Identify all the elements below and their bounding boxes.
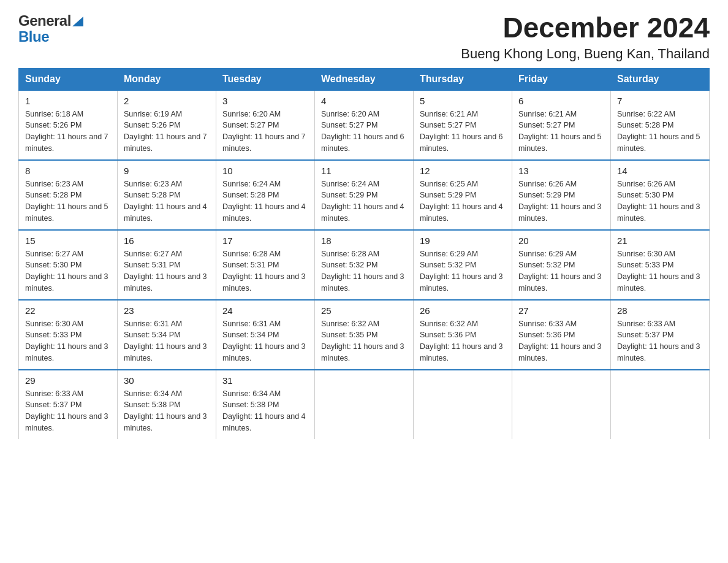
calendar-week-row: 22 Sunrise: 6:30 AM Sunset: 5:33 PM Dayl… [19, 300, 710, 370]
day-info: Sunrise: 6:25 AM Sunset: 5:29 PM Dayligh… [420, 178, 506, 224]
header-monday: Monday [118, 68, 216, 90]
day-number: 14 [617, 166, 703, 176]
table-row: 18 Sunrise: 6:28 AM Sunset: 5:32 PM Dayl… [315, 230, 414, 300]
table-row: 11 Sunrise: 6:24 AM Sunset: 5:29 PM Dayl… [315, 160, 414, 230]
day-number: 10 [222, 166, 308, 176]
day-number: 11 [321, 166, 407, 176]
page-title: December 2024 [461, 12, 710, 44]
day-number: 20 [518, 236, 604, 246]
header-wednesday: Wednesday [315, 68, 414, 90]
day-info: Sunrise: 6:34 AM Sunset: 5:38 PM Dayligh… [222, 388, 308, 434]
table-row: 26 Sunrise: 6:32 AM Sunset: 5:36 PM Dayl… [414, 300, 512, 370]
day-number: 23 [124, 305, 210, 316]
day-number: 12 [420, 166, 506, 176]
svg-marker-0 [72, 17, 83, 26]
calendar-week-row: 29 Sunrise: 6:33 AM Sunset: 5:37 PM Dayl… [19, 370, 710, 439]
page-subtitle: Bueng Khong Long, Bueng Kan, Thailand [461, 46, 710, 62]
day-number: 19 [420, 236, 506, 246]
table-row: 23 Sunrise: 6:31 AM Sunset: 5:34 PM Dayl… [118, 300, 216, 370]
day-info: Sunrise: 6:33 AM Sunset: 5:37 PM Dayligh… [25, 388, 111, 434]
day-info: Sunrise: 6:27 AM Sunset: 5:30 PM Dayligh… [25, 248, 111, 294]
day-number: 28 [617, 305, 703, 316]
table-row: 21 Sunrise: 6:30 AM Sunset: 5:33 PM Dayl… [611, 230, 710, 300]
day-info: Sunrise: 6:22 AM Sunset: 5:28 PM Dayligh… [617, 109, 703, 155]
day-number: 7 [617, 96, 703, 106]
calendar-week-row: 8 Sunrise: 6:23 AM Sunset: 5:28 PM Dayli… [19, 160, 710, 230]
calendar-week-row: 1 Sunrise: 6:18 AM Sunset: 5:26 PM Dayli… [19, 90, 710, 160]
table-row: 9 Sunrise: 6:23 AM Sunset: 5:28 PM Dayli… [118, 160, 216, 230]
day-number: 5 [420, 96, 506, 106]
table-row [611, 370, 710, 439]
title-block: December 2024 Bueng Khong Long, Bueng Ka… [461, 12, 710, 62]
table-row: 15 Sunrise: 6:27 AM Sunset: 5:30 PM Dayl… [19, 230, 118, 300]
day-number: 21 [617, 236, 703, 246]
day-info: Sunrise: 6:32 AM Sunset: 5:35 PM Dayligh… [321, 318, 407, 364]
day-number: 27 [518, 305, 604, 316]
header-saturday: Saturday [611, 68, 710, 90]
day-number: 9 [124, 166, 210, 176]
day-info: Sunrise: 6:31 AM Sunset: 5:34 PM Dayligh… [124, 318, 210, 364]
day-number: 2 [124, 96, 210, 106]
calendar-table: Sunday Monday Tuesday Wednesday Thursday… [18, 68, 710, 439]
day-number: 22 [25, 305, 111, 316]
day-number: 3 [222, 96, 308, 106]
day-number: 6 [518, 96, 604, 106]
day-info: Sunrise: 6:20 AM Sunset: 5:27 PM Dayligh… [321, 109, 407, 155]
day-info: Sunrise: 6:33 AM Sunset: 5:37 PM Dayligh… [617, 318, 703, 364]
day-number: 4 [321, 96, 407, 106]
table-row: 5 Sunrise: 6:21 AM Sunset: 5:27 PM Dayli… [414, 90, 512, 160]
day-info: Sunrise: 6:28 AM Sunset: 5:31 PM Dayligh… [222, 248, 308, 294]
table-row: 30 Sunrise: 6:34 AM Sunset: 5:38 PM Dayl… [118, 370, 216, 439]
table-row: 20 Sunrise: 6:29 AM Sunset: 5:32 PM Dayl… [512, 230, 611, 300]
page-header: General Blue December 2024 Bueng Khong L… [18, 12, 710, 62]
logo-blue-text: Blue [18, 28, 49, 45]
day-number: 24 [222, 305, 308, 316]
day-number: 17 [222, 236, 308, 246]
table-row: 22 Sunrise: 6:30 AM Sunset: 5:33 PM Dayl… [19, 300, 118, 370]
table-row: 13 Sunrise: 6:26 AM Sunset: 5:29 PM Dayl… [512, 160, 611, 230]
day-number: 29 [25, 375, 111, 386]
day-info: Sunrise: 6:30 AM Sunset: 5:33 PM Dayligh… [25, 318, 111, 364]
day-number: 25 [321, 305, 407, 316]
table-row: 17 Sunrise: 6:28 AM Sunset: 5:31 PM Dayl… [216, 230, 315, 300]
table-row: 19 Sunrise: 6:29 AM Sunset: 5:32 PM Dayl… [414, 230, 512, 300]
day-info: Sunrise: 6:24 AM Sunset: 5:28 PM Dayligh… [222, 178, 308, 224]
table-row: 8 Sunrise: 6:23 AM Sunset: 5:28 PM Dayli… [19, 160, 118, 230]
day-number: 8 [25, 166, 111, 176]
logo: General Blue [18, 12, 83, 45]
day-number: 1 [25, 96, 111, 106]
calendar-header-row: Sunday Monday Tuesday Wednesday Thursday… [19, 68, 710, 90]
day-info: Sunrise: 6:31 AM Sunset: 5:34 PM Dayligh… [222, 318, 308, 364]
day-number: 30 [124, 375, 210, 386]
day-info: Sunrise: 6:26 AM Sunset: 5:30 PM Dayligh… [617, 178, 703, 224]
table-row: 14 Sunrise: 6:26 AM Sunset: 5:30 PM Dayl… [611, 160, 710, 230]
day-number: 13 [518, 166, 604, 176]
table-row: 27 Sunrise: 6:33 AM Sunset: 5:36 PM Dayl… [512, 300, 611, 370]
table-row: 16 Sunrise: 6:27 AM Sunset: 5:31 PM Dayl… [118, 230, 216, 300]
day-number: 18 [321, 236, 407, 246]
day-info: Sunrise: 6:18 AM Sunset: 5:26 PM Dayligh… [25, 109, 111, 155]
day-info: Sunrise: 6:24 AM Sunset: 5:29 PM Dayligh… [321, 178, 407, 224]
day-info: Sunrise: 6:21 AM Sunset: 5:27 PM Dayligh… [518, 109, 604, 155]
day-info: Sunrise: 6:32 AM Sunset: 5:36 PM Dayligh… [420, 318, 506, 364]
day-info: Sunrise: 6:20 AM Sunset: 5:27 PM Dayligh… [222, 109, 308, 155]
table-row: 25 Sunrise: 6:32 AM Sunset: 5:35 PM Dayl… [315, 300, 414, 370]
day-number: 16 [124, 236, 210, 246]
logo-general-text: General [18, 12, 71, 29]
day-info: Sunrise: 6:23 AM Sunset: 5:28 PM Dayligh… [124, 178, 210, 224]
table-row [512, 370, 611, 439]
table-row: 3 Sunrise: 6:20 AM Sunset: 5:27 PM Dayli… [216, 90, 315, 160]
day-info: Sunrise: 6:29 AM Sunset: 5:32 PM Dayligh… [420, 248, 506, 294]
table-row: 28 Sunrise: 6:33 AM Sunset: 5:37 PM Dayl… [611, 300, 710, 370]
table-row: 7 Sunrise: 6:22 AM Sunset: 5:28 PM Dayli… [611, 90, 710, 160]
header-tuesday: Tuesday [216, 68, 315, 90]
table-row [315, 370, 414, 439]
day-info: Sunrise: 6:26 AM Sunset: 5:29 PM Dayligh… [518, 178, 604, 224]
table-row: 10 Sunrise: 6:24 AM Sunset: 5:28 PM Dayl… [216, 160, 315, 230]
day-number: 15 [25, 236, 111, 246]
day-info: Sunrise: 6:33 AM Sunset: 5:36 PM Dayligh… [518, 318, 604, 364]
table-row: 24 Sunrise: 6:31 AM Sunset: 5:34 PM Dayl… [216, 300, 315, 370]
day-info: Sunrise: 6:30 AM Sunset: 5:33 PM Dayligh… [617, 248, 703, 294]
table-row: 31 Sunrise: 6:34 AM Sunset: 5:38 PM Dayl… [216, 370, 315, 439]
day-info: Sunrise: 6:21 AM Sunset: 5:27 PM Dayligh… [420, 109, 506, 155]
